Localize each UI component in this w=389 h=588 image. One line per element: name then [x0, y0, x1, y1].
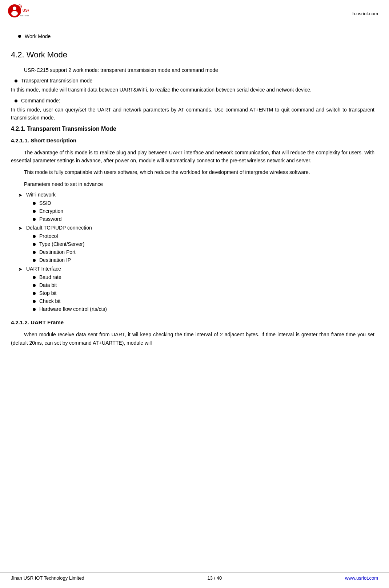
- section-4211-para2: This mode is fully compatiable with user…: [11, 168, 374, 176]
- group1-item-1: Encryption: [39, 208, 63, 214]
- svg-text:®: ®: [19, 6, 21, 8]
- svg-text:Be Honest, Do Best !: Be Honest, Do Best !: [20, 15, 29, 17]
- bullet-icon: [33, 235, 36, 238]
- uart-group: ➤ UART Interface Baud rate Data bit Stop…: [18, 266, 374, 312]
- section-421-title: 4.2.1. Transparent Transmission Mode: [11, 126, 374, 132]
- group1-item-2: Password: [39, 216, 61, 222]
- section-4212-title: 4.2.1.2. UART Frame: [11, 319, 374, 325]
- section-4211-title: 4.2.1.1. Short Description: [11, 137, 374, 143]
- svg-point-1: [13, 7, 16, 10]
- list-item: Protocol: [33, 233, 374, 239]
- logo-icon: ® USR IOT Be Honest, Do Best !: [7, 4, 29, 24]
- section-42-bullet1-label: Transparent transmission mode: [21, 78, 92, 84]
- group1-item-0: SSID: [39, 200, 51, 206]
- section-42-intro: USR-C215 support 2 work mode: transparen…: [24, 66, 374, 74]
- group2-sub-list: Protocol Type (Client/Server) Destinatio…: [29, 233, 374, 263]
- svg-text:USR IOT: USR IOT: [23, 8, 29, 12]
- group2-item-3: Destination IP: [39, 257, 71, 263]
- arrow-icon: ➤: [18, 266, 23, 272]
- section-4211-para1: The advantage of this mode is to realize…: [11, 149, 374, 165]
- group2-label: Default TCP/UDP connection: [26, 225, 92, 231]
- wifi-group: ➤ WiFi network SSID Encryption Password: [18, 192, 374, 222]
- list-item: Check bit: [33, 298, 374, 304]
- bullet-icon: [33, 251, 36, 254]
- arrow-icon: ➤: [18, 225, 23, 231]
- group2-item-2: Destination Port: [39, 249, 76, 255]
- bullet-icon: [15, 80, 17, 82]
- group3-label: UART Interface: [26, 266, 61, 272]
- group3-item-0: Baud rate: [39, 274, 61, 280]
- footer-company: Jinan USR IOT Technology Limited: [11, 575, 84, 581]
- arrow-icon: ➤: [18, 192, 23, 198]
- group1-arrow-item: ➤ WiFi network: [18, 192, 374, 198]
- section-42-title: 4.2. Work Mode: [11, 50, 374, 60]
- list-item: Baud rate: [33, 274, 374, 280]
- footer-page: 13 / 40: [208, 575, 222, 581]
- header-website-link[interactable]: h.usriot.com: [352, 11, 378, 16]
- page-header: ® USR IOT Be Honest, Do Best ! h.usriot.…: [0, 0, 389, 26]
- footer-website-link[interactable]: www.usriot.com: [345, 575, 378, 581]
- list-item: Data bit: [33, 282, 374, 288]
- bullet-icon: [33, 292, 36, 295]
- section-42-bullet1: Transparent transmission mode: [15, 78, 374, 84]
- main-content: Work Mode 4.2. Work Mode USR-C215 suppor…: [0, 26, 389, 358]
- bullet-icon: [33, 202, 36, 205]
- bullet-icon: [33, 243, 36, 246]
- section-4211-para3: Parameters need to set in advance: [24, 180, 374, 188]
- tcp-group: ➤ Default TCP/UDP connection Protocol Ty…: [18, 225, 374, 263]
- top-bullet-label: Work Mode: [25, 33, 51, 39]
- bullet-icon: [33, 276, 36, 279]
- list-item: Stop bit: [33, 290, 374, 296]
- list-item: SSID: [33, 200, 374, 206]
- bullet-icon: [15, 100, 17, 102]
- list-item: Destination IP: [33, 257, 374, 263]
- group1-sub-list: SSID Encryption Password: [29, 200, 374, 222]
- section-42-para1: In this mode, module will transmit data …: [11, 86, 374, 94]
- group2-item-1: Type (Client/Server): [39, 241, 84, 247]
- section-42-para2: In this mode, user can query/set the UAR…: [11, 106, 374, 122]
- bullet-icon: [33, 218, 36, 221]
- bullet-icon: [18, 35, 21, 38]
- group2-item-0: Protocol: [39, 233, 58, 239]
- bullet-icon: [33, 300, 36, 303]
- section-42-bullet2: Command mode:: [15, 98, 374, 104]
- list-item: Password: [33, 216, 374, 222]
- section-42-bullet2-label: Command mode:: [21, 98, 60, 104]
- top-bullet-item: Work Mode: [18, 33, 374, 39]
- bullet-icon: [33, 308, 36, 311]
- group3-item-2: Stop bit: [39, 290, 56, 296]
- group3-item-1: Data bit: [39, 282, 57, 288]
- svg-point-2: [11, 11, 18, 16]
- section-4212-para1: When module receive data sent from UART,…: [11, 331, 374, 347]
- bullet-icon: [33, 210, 36, 213]
- group3-item-3: Check bit: [39, 298, 60, 304]
- list-item: Hardware flow control (rts/cts): [33, 306, 374, 312]
- bullet-icon: [33, 259, 36, 262]
- page-footer: Jinan USR IOT Technology Limited 13 / 40…: [0, 572, 389, 581]
- group3-sub-list: Baud rate Data bit Stop bit Check bit Ha…: [29, 274, 374, 312]
- list-item: Type (Client/Server): [33, 241, 374, 247]
- group1-label: WiFi network: [26, 192, 56, 198]
- list-item: Destination Port: [33, 249, 374, 255]
- group2-arrow-item: ➤ Default TCP/UDP connection: [18, 225, 374, 231]
- list-item: Encryption: [33, 208, 374, 214]
- group3-arrow-item: ➤ UART Interface: [18, 266, 374, 272]
- logo-area: ® USR IOT Be Honest, Do Best !: [7, 4, 29, 24]
- bullet-icon: [33, 284, 36, 287]
- page: ® USR IOT Be Honest, Do Best ! h.usriot.…: [0, 0, 389, 588]
- group3-item-4: Hardware flow control (rts/cts): [39, 306, 107, 312]
